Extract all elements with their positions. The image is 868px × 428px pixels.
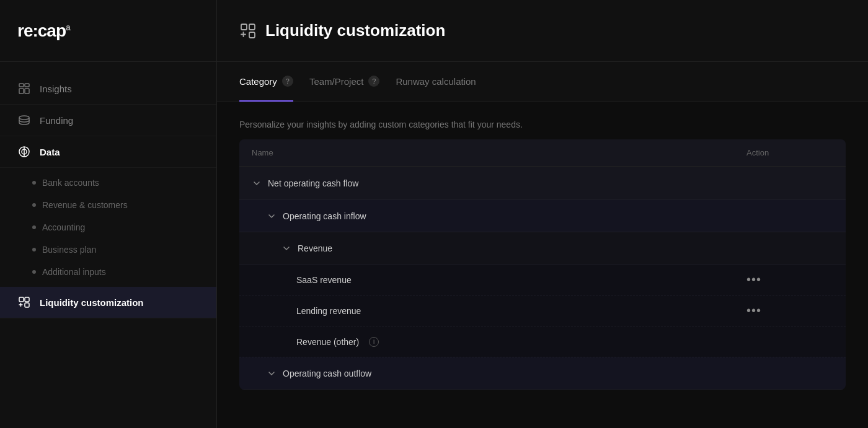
bullet-dot bbox=[32, 225, 36, 229]
table-row: SaaS revenue ••• bbox=[239, 264, 846, 295]
data-label: Data bbox=[40, 147, 60, 157]
col-action-header: Action bbox=[746, 148, 833, 157]
chevron-down-icon[interactable] bbox=[267, 369, 277, 378]
svg-rect-11 bbox=[241, 24, 247, 30]
sidebar-item-liquidity[interactable]: Liquidity customization bbox=[0, 287, 216, 318]
sidebar-item-bank-accounts[interactable]: Bank accounts bbox=[0, 172, 216, 194]
chevron-down-icon[interactable] bbox=[252, 178, 262, 188]
nav-section: Insights Funding Data bbox=[0, 62, 216, 330]
funding-icon bbox=[17, 113, 31, 127]
action-dots-menu[interactable]: ••• bbox=[746, 273, 833, 287]
row-name-revenue: Revenue bbox=[252, 243, 746, 253]
table-header: Name Action bbox=[239, 139, 846, 167]
operating-inflow-label: Operating cash inflow bbox=[283, 211, 366, 221]
table-row: Lending revenue ••• bbox=[239, 295, 846, 326]
sidebar-item-revenue-customers[interactable]: Revenue & customers bbox=[0, 194, 216, 216]
revenue-customers-label: Revenue & customers bbox=[42, 200, 128, 210]
additional-inputs-label: Additional inputs bbox=[42, 267, 106, 277]
tab-runway[interactable]: Runway calculation bbox=[396, 63, 476, 102]
svg-rect-0 bbox=[19, 84, 24, 87]
revenue-other-label: Revenue (other) bbox=[296, 337, 359, 347]
tab-runway-label: Runway calculation bbox=[396, 76, 476, 87]
net-operating-label: Net operating cash flow bbox=[268, 178, 358, 188]
business-plan-label: Business plan bbox=[42, 245, 96, 255]
data-icon bbox=[17, 145, 31, 159]
bullet-dot bbox=[32, 181, 36, 185]
row-action-lending[interactable]: ••• bbox=[746, 304, 833, 318]
category-table: Name Action Net operating cash flow bbox=[239, 139, 846, 390]
sidebar-item-data[interactable]: Data bbox=[0, 136, 216, 168]
sidebar-item-business-plan[interactable]: Business plan bbox=[0, 238, 216, 261]
team-project-help-icon[interactable]: ? bbox=[368, 76, 379, 87]
sidebar-item-additional-inputs[interactable]: Additional inputs bbox=[0, 261, 216, 283]
tab-category-label: Category bbox=[239, 76, 277, 87]
chevron-down-icon[interactable] bbox=[281, 243, 291, 253]
svg-rect-3 bbox=[25, 89, 29, 94]
operating-outflow-label: Operating cash outflow bbox=[283, 369, 371, 378]
bullet-dot bbox=[32, 203, 36, 207]
bank-accounts-label: Bank accounts bbox=[42, 178, 99, 188]
svg-rect-1 bbox=[25, 84, 29, 87]
revenue-label: Revenue bbox=[298, 243, 332, 253]
table-row: Revenue bbox=[239, 232, 846, 264]
row-name-net-operating: Net operating cash flow bbox=[252, 178, 746, 188]
info-icon[interactable]: i bbox=[369, 337, 379, 347]
bullet-dot bbox=[32, 248, 36, 251]
sidebar-item-insights[interactable]: Insights bbox=[0, 73, 216, 105]
sidebar-item-funding[interactable]: Funding bbox=[0, 105, 216, 136]
accounting-label: Accounting bbox=[42, 222, 85, 232]
table-row: Operating cash inflow bbox=[239, 200, 846, 232]
svg-point-4 bbox=[19, 116, 29, 120]
action-dots-menu[interactable]: ••• bbox=[746, 304, 833, 318]
insights-icon bbox=[17, 82, 31, 95]
row-name-operating-outflow: Operating cash outflow bbox=[252, 369, 746, 378]
svg-rect-10 bbox=[25, 303, 29, 307]
logo: re:capa bbox=[17, 21, 70, 41]
funding-label: Funding bbox=[40, 115, 73, 126]
insights-label: Insights bbox=[40, 84, 72, 94]
col-name-header: Name bbox=[252, 148, 746, 157]
svg-rect-8 bbox=[19, 297, 24, 302]
content-area: Category ? Team/Project ? Runway calcula… bbox=[217, 62, 868, 428]
table-row: Revenue (other) i bbox=[239, 326, 846, 357]
saas-revenue-label: SaaS revenue bbox=[296, 275, 352, 285]
main-header: Liquidity customization bbox=[217, 0, 868, 62]
main-content: Liquidity customization Category ? Team/… bbox=[217, 0, 868, 428]
row-name-revenue-other: Revenue (other) i bbox=[252, 337, 746, 347]
sidebar-item-accounting[interactable]: Accounting bbox=[0, 216, 216, 238]
row-name-operating-inflow: Operating cash inflow bbox=[252, 211, 746, 221]
tab-team-project-label: Team/Project bbox=[309, 76, 364, 87]
chevron-down-icon[interactable] bbox=[267, 211, 277, 221]
logo-sup: a bbox=[66, 22, 70, 32]
bullet-dot bbox=[32, 270, 36, 274]
page-title: Liquidity customization bbox=[265, 21, 445, 40]
page-icon bbox=[239, 22, 257, 40]
data-sub-nav: Bank accounts Revenue & customers Accoun… bbox=[0, 168, 216, 287]
tab-team-project[interactable]: Team/Project ? bbox=[309, 62, 380, 102]
liquidity-label: Liquidity customization bbox=[40, 297, 144, 308]
table-row: Net operating cash flow bbox=[239, 167, 846, 200]
logo-area: re:capa bbox=[0, 0, 216, 62]
svg-rect-13 bbox=[249, 32, 255, 38]
tab-category[interactable]: Category ? bbox=[239, 62, 293, 102]
page-description: Personalize your insights by adding cust… bbox=[217, 102, 868, 139]
row-name-lending-revenue: Lending revenue bbox=[252, 306, 746, 316]
svg-rect-12 bbox=[249, 24, 255, 30]
svg-rect-9 bbox=[25, 297, 29, 302]
tabs-bar: Category ? Team/Project ? Runway calcula… bbox=[217, 62, 868, 102]
row-action-saas[interactable]: ••• bbox=[746, 273, 833, 287]
category-help-icon[interactable]: ? bbox=[282, 76, 293, 87]
sidebar: re:capa Insights bbox=[0, 0, 217, 428]
svg-rect-2 bbox=[19, 89, 24, 94]
lending-revenue-label: Lending revenue bbox=[296, 306, 361, 316]
row-name-saas-revenue: SaaS revenue bbox=[252, 275, 746, 285]
table-row: Operating cash outflow bbox=[239, 357, 846, 390]
liquidity-icon bbox=[17, 295, 31, 309]
